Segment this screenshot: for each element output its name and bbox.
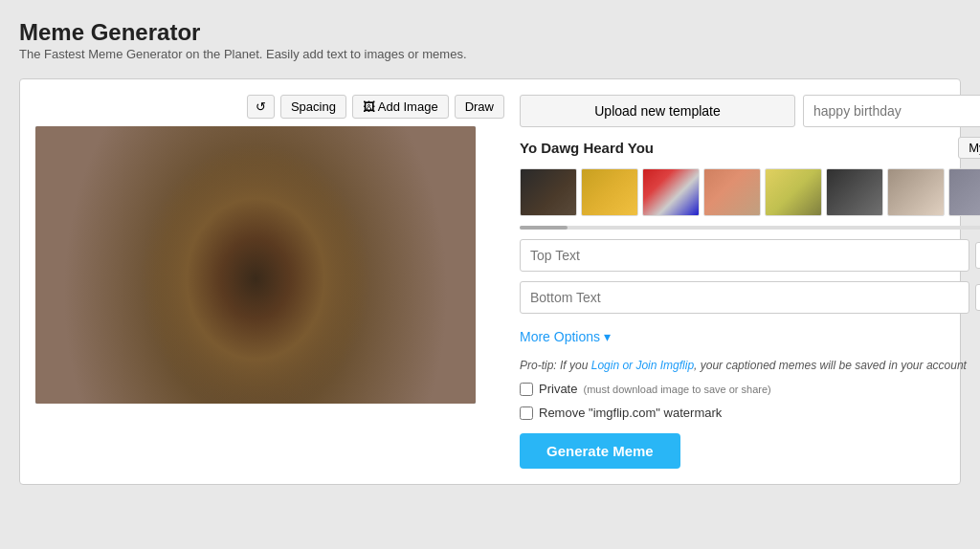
template-title-row: Yo Dawg Heard You My Popular <box>520 137 980 159</box>
thumbnail-6[interactable] <box>826 168 883 216</box>
watermark-label: Remove "imgflip.com" watermark <box>539 406 722 420</box>
page-subtitle: The Fastest Meme Generator on the Planet… <box>19 46 961 63</box>
page-header: Meme Generator The Fastest Meme Generato… <box>19 19 961 63</box>
thumbnail-3[interactable] <box>642 168 700 216</box>
toolbar: ↺ Spacing 🖼 Add Image Draw <box>35 95 504 119</box>
draw-button[interactable]: Draw <box>455 95 504 119</box>
private-note: (must download image to save or share) <box>583 384 770 395</box>
generate-meme-button[interactable]: Generate Meme <box>520 433 680 469</box>
meme-image-placeholder <box>35 126 476 404</box>
pro-tip: Pro-tip: If you Login or Join Imgflip, y… <box>520 359 980 372</box>
meme-canvas <box>35 126 476 404</box>
more-options-label: More Options <box>520 329 600 344</box>
top-text-row: ⚙ <box>520 239 980 272</box>
more-options-link[interactable]: More Options ▾ <box>520 329 611 344</box>
thumbnail-7[interactable] <box>887 168 945 216</box>
add-image-button[interactable]: 🖼 Add Image <box>352 95 449 119</box>
main-container: ↺ Spacing 🖼 Add Image Draw Upload new te… <box>19 78 961 485</box>
spacing-button[interactable]: Spacing <box>280 95 346 119</box>
spacing-label: Spacing <box>291 99 336 114</box>
bottom-text-row: ⚙ <box>520 281 980 314</box>
template-search-row: Upload new template <box>520 95 980 127</box>
template-title: Yo Dawg Heard You <box>520 140 654 156</box>
scrollbar-thumb <box>520 226 568 230</box>
chevron-down-icon: ▾ <box>604 329 611 344</box>
reset-icon: ↺ <box>256 99 266 114</box>
thumbnail-5[interactable] <box>765 168 822 216</box>
pro-tip-link-text: Login or Join Imgflip <box>591 359 694 372</box>
tab-my-label: My <box>969 141 980 155</box>
private-label: Private <box>539 382 577 396</box>
thumbnail-8[interactable] <box>948 168 980 216</box>
watermark-checkbox[interactable] <box>520 406 533 420</box>
template-thumbnails <box>520 168 980 216</box>
add-image-label: 🖼 Add Image <box>363 99 438 114</box>
right-panel: Upload new template Yo Dawg Heard You My… <box>520 95 980 469</box>
watermark-checkbox-row: Remove "imgflip.com" watermark <box>520 406 980 420</box>
thumbnail-4[interactable] <box>703 168 761 216</box>
actions-row: Generate Meme Reset <box>520 433 980 469</box>
top-text-input[interactable] <box>520 239 969 272</box>
more-options-row: More Options ▾ Add Text <box>520 323 980 349</box>
bottom-text-color-white[interactable] <box>975 284 980 311</box>
thumbnail-scrollbar[interactable] <box>520 226 980 230</box>
upload-template-label: Upload new template <box>594 103 721 119</box>
private-checkbox[interactable] <box>520 383 533 396</box>
page-title: Meme Generator <box>19 19 961 46</box>
tab-row: My Popular <box>958 137 980 159</box>
draw-label: Draw <box>465 99 494 114</box>
pro-tip-text: Pro-tip: If you <box>520 359 591 372</box>
reset-icon-button[interactable]: ↺ <box>247 95 275 119</box>
bottom-text-input[interactable] <box>520 281 969 314</box>
generate-label: Generate Meme <box>546 443 654 459</box>
top-text-color-white[interactable] <box>975 242 980 269</box>
search-input[interactable] <box>803 95 980 127</box>
upload-template-button[interactable]: Upload new template <box>520 95 795 127</box>
thumbnail-1[interactable] <box>520 168 577 216</box>
pro-tip-end-text: , your captioned memes will be saved in … <box>694 359 967 372</box>
tab-my[interactable]: My <box>958 137 980 159</box>
thumbnail-2[interactable] <box>581 168 638 216</box>
private-checkbox-row: Private (must download image to save or … <box>520 382 980 396</box>
login-join-link[interactable]: Login or Join Imgflip <box>591 359 694 372</box>
left-panel: ↺ Spacing 🖼 Add Image Draw <box>35 95 504 469</box>
